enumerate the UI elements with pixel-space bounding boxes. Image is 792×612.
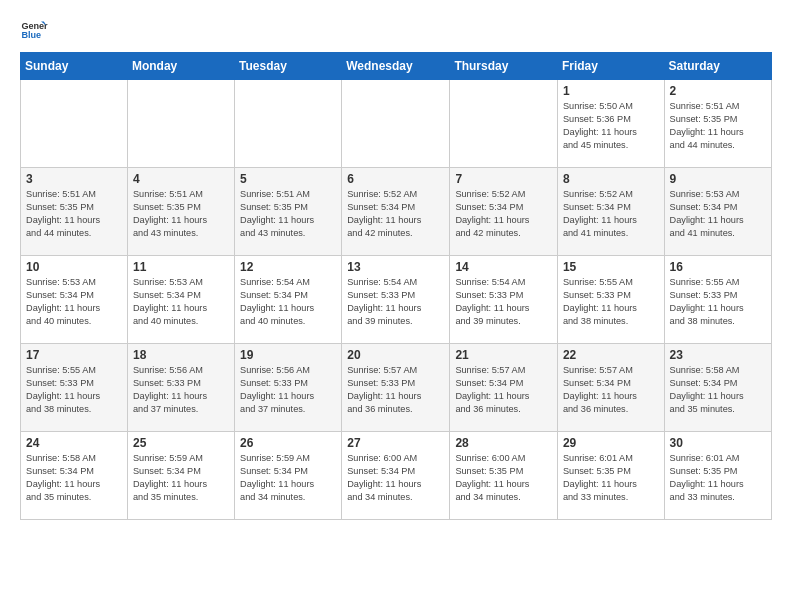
calendar-cell (235, 80, 342, 168)
day-number: 27 (347, 436, 444, 450)
calendar-cell: 1Sunrise: 5:50 AM Sunset: 5:36 PM Daylig… (557, 80, 664, 168)
calendar-week-row: 1Sunrise: 5:50 AM Sunset: 5:36 PM Daylig… (21, 80, 772, 168)
calendar-cell (127, 80, 234, 168)
calendar-cell: 17Sunrise: 5:55 AM Sunset: 5:33 PM Dayli… (21, 344, 128, 432)
day-header-wednesday: Wednesday (342, 53, 450, 80)
svg-text:Blue: Blue (21, 30, 41, 40)
calendar-cell: 7Sunrise: 5:52 AM Sunset: 5:34 PM Daylig… (450, 168, 558, 256)
day-number: 14 (455, 260, 552, 274)
page: General Blue SundayMondayTuesdayWednesda… (0, 0, 792, 536)
day-info: Sunrise: 5:54 AM Sunset: 5:33 PM Dayligh… (347, 276, 444, 328)
calendar-cell: 2Sunrise: 5:51 AM Sunset: 5:35 PM Daylig… (664, 80, 771, 168)
day-header-tuesday: Tuesday (235, 53, 342, 80)
day-number: 9 (670, 172, 766, 186)
calendar-cell: 10Sunrise: 5:53 AM Sunset: 5:34 PM Dayli… (21, 256, 128, 344)
day-number: 17 (26, 348, 122, 362)
calendar-cell: 5Sunrise: 5:51 AM Sunset: 5:35 PM Daylig… (235, 168, 342, 256)
logo-icon: General Blue (20, 16, 48, 44)
calendar-cell: 15Sunrise: 5:55 AM Sunset: 5:33 PM Dayli… (557, 256, 664, 344)
day-info: Sunrise: 5:51 AM Sunset: 5:35 PM Dayligh… (240, 188, 336, 240)
day-info: Sunrise: 5:52 AM Sunset: 5:34 PM Dayligh… (563, 188, 659, 240)
day-number: 11 (133, 260, 229, 274)
calendar-cell: 14Sunrise: 5:54 AM Sunset: 5:33 PM Dayli… (450, 256, 558, 344)
day-info: Sunrise: 5:51 AM Sunset: 5:35 PM Dayligh… (26, 188, 122, 240)
day-number: 4 (133, 172, 229, 186)
day-number: 3 (26, 172, 122, 186)
day-number: 24 (26, 436, 122, 450)
day-number: 30 (670, 436, 766, 450)
calendar-cell: 24Sunrise: 5:58 AM Sunset: 5:34 PM Dayli… (21, 432, 128, 520)
calendar-cell: 25Sunrise: 5:59 AM Sunset: 5:34 PM Dayli… (127, 432, 234, 520)
calendar-header-row: SundayMondayTuesdayWednesdayThursdayFrid… (21, 53, 772, 80)
day-number: 10 (26, 260, 122, 274)
day-number: 1 (563, 84, 659, 98)
day-header-monday: Monday (127, 53, 234, 80)
calendar-cell: 13Sunrise: 5:54 AM Sunset: 5:33 PM Dayli… (342, 256, 450, 344)
header: General Blue (20, 16, 772, 44)
day-number: 8 (563, 172, 659, 186)
calendar-week-row: 3Sunrise: 5:51 AM Sunset: 5:35 PM Daylig… (21, 168, 772, 256)
day-number: 21 (455, 348, 552, 362)
day-number: 6 (347, 172, 444, 186)
day-header-saturday: Saturday (664, 53, 771, 80)
day-number: 23 (670, 348, 766, 362)
calendar-cell: 26Sunrise: 5:59 AM Sunset: 5:34 PM Dayli… (235, 432, 342, 520)
day-number: 19 (240, 348, 336, 362)
day-info: Sunrise: 5:53 AM Sunset: 5:34 PM Dayligh… (26, 276, 122, 328)
day-info: Sunrise: 5:57 AM Sunset: 5:33 PM Dayligh… (347, 364, 444, 416)
day-header-thursday: Thursday (450, 53, 558, 80)
day-info: Sunrise: 5:57 AM Sunset: 5:34 PM Dayligh… (563, 364, 659, 416)
day-number: 7 (455, 172, 552, 186)
day-info: Sunrise: 5:55 AM Sunset: 5:33 PM Dayligh… (670, 276, 766, 328)
calendar-cell: 6Sunrise: 5:52 AM Sunset: 5:34 PM Daylig… (342, 168, 450, 256)
logo: General Blue (20, 16, 48, 44)
day-number: 29 (563, 436, 659, 450)
day-info: Sunrise: 5:53 AM Sunset: 5:34 PM Dayligh… (670, 188, 766, 240)
day-header-sunday: Sunday (21, 53, 128, 80)
calendar-cell: 22Sunrise: 5:57 AM Sunset: 5:34 PM Dayli… (557, 344, 664, 432)
day-info: Sunrise: 5:51 AM Sunset: 5:35 PM Dayligh… (133, 188, 229, 240)
day-info: Sunrise: 6:01 AM Sunset: 5:35 PM Dayligh… (563, 452, 659, 504)
day-info: Sunrise: 5:50 AM Sunset: 5:36 PM Dayligh… (563, 100, 659, 152)
day-info: Sunrise: 5:56 AM Sunset: 5:33 PM Dayligh… (133, 364, 229, 416)
day-number: 15 (563, 260, 659, 274)
calendar-cell (21, 80, 128, 168)
calendar-cell: 30Sunrise: 6:01 AM Sunset: 5:35 PM Dayli… (664, 432, 771, 520)
calendar-cell: 3Sunrise: 5:51 AM Sunset: 5:35 PM Daylig… (21, 168, 128, 256)
day-number: 25 (133, 436, 229, 450)
day-header-friday: Friday (557, 53, 664, 80)
day-number: 26 (240, 436, 336, 450)
calendar-cell: 27Sunrise: 6:00 AM Sunset: 5:34 PM Dayli… (342, 432, 450, 520)
calendar-cell: 12Sunrise: 5:54 AM Sunset: 5:34 PM Dayli… (235, 256, 342, 344)
day-number: 20 (347, 348, 444, 362)
calendar-cell: 29Sunrise: 6:01 AM Sunset: 5:35 PM Dayli… (557, 432, 664, 520)
day-info: Sunrise: 5:57 AM Sunset: 5:34 PM Dayligh… (455, 364, 552, 416)
day-number: 2 (670, 84, 766, 98)
day-number: 12 (240, 260, 336, 274)
day-info: Sunrise: 5:58 AM Sunset: 5:34 PM Dayligh… (26, 452, 122, 504)
day-info: Sunrise: 5:56 AM Sunset: 5:33 PM Dayligh… (240, 364, 336, 416)
day-info: Sunrise: 5:54 AM Sunset: 5:34 PM Dayligh… (240, 276, 336, 328)
day-number: 13 (347, 260, 444, 274)
calendar-cell: 19Sunrise: 5:56 AM Sunset: 5:33 PM Dayli… (235, 344, 342, 432)
calendar-cell (342, 80, 450, 168)
calendar-cell: 9Sunrise: 5:53 AM Sunset: 5:34 PM Daylig… (664, 168, 771, 256)
calendar-week-row: 24Sunrise: 5:58 AM Sunset: 5:34 PM Dayli… (21, 432, 772, 520)
calendar-cell: 18Sunrise: 5:56 AM Sunset: 5:33 PM Dayli… (127, 344, 234, 432)
calendar-week-row: 17Sunrise: 5:55 AM Sunset: 5:33 PM Dayli… (21, 344, 772, 432)
calendar-table: SundayMondayTuesdayWednesdayThursdayFrid… (20, 52, 772, 520)
day-number: 18 (133, 348, 229, 362)
day-number: 28 (455, 436, 552, 450)
calendar-cell: 4Sunrise: 5:51 AM Sunset: 5:35 PM Daylig… (127, 168, 234, 256)
calendar-cell: 11Sunrise: 5:53 AM Sunset: 5:34 PM Dayli… (127, 256, 234, 344)
day-info: Sunrise: 5:59 AM Sunset: 5:34 PM Dayligh… (240, 452, 336, 504)
day-info: Sunrise: 5:58 AM Sunset: 5:34 PM Dayligh… (670, 364, 766, 416)
calendar-cell: 20Sunrise: 5:57 AM Sunset: 5:33 PM Dayli… (342, 344, 450, 432)
day-info: Sunrise: 6:00 AM Sunset: 5:34 PM Dayligh… (347, 452, 444, 504)
day-number: 5 (240, 172, 336, 186)
calendar-cell: 28Sunrise: 6:00 AM Sunset: 5:35 PM Dayli… (450, 432, 558, 520)
day-number: 22 (563, 348, 659, 362)
day-info: Sunrise: 5:52 AM Sunset: 5:34 PM Dayligh… (455, 188, 552, 240)
day-info: Sunrise: 5:59 AM Sunset: 5:34 PM Dayligh… (133, 452, 229, 504)
calendar-cell (450, 80, 558, 168)
